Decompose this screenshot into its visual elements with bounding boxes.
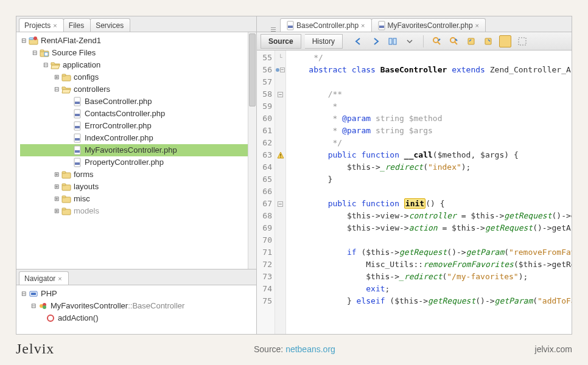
code-editor[interactable]: 5556575859606162636465666768697071727374… bbox=[257, 50, 572, 334]
tree-item[interactable]: BaseController.php bbox=[20, 96, 248, 108]
tree-item[interactable]: ⊟controllers bbox=[20, 83, 248, 96]
folder-icon bbox=[61, 182, 71, 192]
code-line[interactable] bbox=[290, 186, 568, 198]
tree-expander-icon[interactable]: ⊟ bbox=[42, 59, 49, 71]
editor-tab[interactable]: BaseController.php× bbox=[280, 18, 372, 32]
close-icon[interactable]: × bbox=[361, 22, 365, 29]
glyph-cell bbox=[275, 271, 285, 283]
source-tab[interactable]: Source bbox=[261, 34, 301, 49]
editor-tab[interactable]: MyFavoritesController.php× bbox=[371, 18, 486, 32]
diff-icon[interactable] bbox=[387, 35, 399, 47]
tree-expander-icon[interactable]: ⊟ bbox=[53, 83, 60, 96]
back-icon[interactable] bbox=[352, 35, 365, 47]
tree-item-label: controllers bbox=[74, 83, 110, 96]
svg-rect-44 bbox=[468, 38, 474, 44]
tree-expander-icon[interactable]: ⊞ bbox=[53, 193, 60, 205]
tab-files[interactable]: Files bbox=[63, 18, 91, 32]
history-tab[interactable]: History bbox=[305, 34, 343, 49]
code-line[interactable]: } elseif ($this->getRequest()->getParam(… bbox=[290, 295, 568, 307]
code-line[interactable] bbox=[290, 234, 568, 246]
code-line[interactable]: $this->view->action = $this->getRequest(… bbox=[290, 222, 568, 234]
code-line[interactable]: $this->_redirect("index"); bbox=[290, 161, 568, 173]
tab-drag-handle-icon[interactable] bbox=[269, 27, 278, 32]
php-icon bbox=[29, 289, 38, 299]
projects-scrollbar[interactable] bbox=[248, 32, 256, 269]
tree-expander-icon[interactable]: ⊟ bbox=[20, 35, 27, 47]
code-line[interactable]: } bbox=[290, 173, 568, 186]
navigator-panel: Navigator × ⊟ PHP ⊟ MyFavoritesControll bbox=[16, 269, 256, 334]
tab-label: Projects bbox=[24, 21, 51, 30]
tree-item[interactable]: ErrorController.php bbox=[20, 120, 248, 132]
tree-item[interactable]: ⊞configs bbox=[20, 71, 248, 83]
forward-icon[interactable] bbox=[369, 35, 382, 47]
tree-expander-icon[interactable]: ⊞ bbox=[53, 205, 60, 217]
tree-item[interactable]: ⊞layouts bbox=[20, 181, 248, 193]
tree-item[interactable]: MyFavoritesController.php bbox=[20, 144, 248, 156]
tab-navigator[interactable]: Navigator × bbox=[19, 271, 69, 285]
dropdown-icon[interactable] bbox=[404, 35, 416, 47]
tree-item[interactable]: ⊞misc bbox=[20, 193, 248, 205]
source-link[interactable]: netbeans.org bbox=[285, 344, 335, 354]
code-line[interactable]: $this->_redirect("/my-favorites"); bbox=[290, 271, 568, 283]
svg-rect-35 bbox=[288, 26, 293, 28]
tree-expander-icon[interactable]: ⊟ bbox=[31, 47, 38, 59]
close-icon[interactable]: × bbox=[58, 275, 61, 282]
site-url: jelvix.com bbox=[535, 344, 572, 354]
bookmark-next-icon[interactable] bbox=[482, 35, 494, 47]
tree-item-label: RentAFlat-Zend1 bbox=[41, 35, 101, 47]
tree-expander-icon[interactable]: ⊞ bbox=[53, 71, 60, 83]
code-line[interactable]: */ bbox=[290, 137, 568, 149]
tree-item[interactable]: IndexController.php bbox=[20, 132, 248, 144]
code-line[interactable]: * @param string $args bbox=[290, 125, 568, 137]
navigator-root[interactable]: ⊟ PHP bbox=[20, 288, 253, 300]
code-line[interactable]: public function init() { bbox=[290, 198, 568, 210]
scroll-thumb[interactable] bbox=[249, 33, 256, 106]
glyph-cell bbox=[275, 210, 285, 222]
search-next-icon[interactable] bbox=[448, 35, 460, 47]
tree-item[interactable]: ContactsController.php bbox=[20, 108, 248, 120]
code-line[interactable]: public function __call($method, $args) { bbox=[290, 149, 568, 161]
tree-item[interactable]: ⊞models bbox=[20, 205, 248, 217]
line-number: 56 bbox=[259, 64, 272, 76]
svg-rect-46 bbox=[502, 38, 508, 44]
tree-item[interactable]: ⊟RentAFlat-Zend1 bbox=[20, 35, 248, 47]
tree-item[interactable]: ⊟Source Files bbox=[20, 47, 248, 59]
method-public-icon bbox=[46, 313, 55, 323]
line-number: 64 bbox=[259, 161, 272, 173]
code-area[interactable]: */ abstract class BaseController extends… bbox=[286, 50, 572, 334]
tab-label: Files bbox=[69, 21, 84, 30]
svg-point-32 bbox=[43, 305, 46, 309]
tree-expander-icon[interactable]: ⊞ bbox=[53, 181, 60, 193]
code-line[interactable]: abstract class BaseController extends Ze… bbox=[290, 64, 568, 76]
tree-item[interactable]: ⊟application bbox=[20, 59, 248, 71]
code-line[interactable]: */ bbox=[290, 52, 568, 64]
tree-expander-icon[interactable]: ⊟ bbox=[20, 288, 27, 300]
tree-item-label: PropertyController.php bbox=[85, 156, 164, 169]
code-line[interactable]: $this->view->controller = $this->getRequ… bbox=[290, 210, 568, 222]
code-line[interactable]: * bbox=[290, 100, 568, 113]
tree-item[interactable]: PropertyController.php bbox=[20, 156, 248, 169]
tree-expander-icon[interactable]: ⊟ bbox=[30, 300, 37, 312]
navigator-class[interactable]: ⊟ MyFavoritesController :: BaseControlle… bbox=[20, 300, 253, 312]
close-icon[interactable]: × bbox=[475, 22, 479, 29]
code-line[interactable]: Misc_Utils::removeFromFavorites($this->g… bbox=[290, 259, 568, 271]
selection-icon[interactable] bbox=[516, 35, 528, 47]
code-line[interactable]: if ($this->getRequest()->getParam("remov… bbox=[290, 246, 568, 259]
bookmark-toggle-icon[interactable] bbox=[499, 35, 511, 47]
code-line[interactable]: * @param string $method bbox=[290, 113, 568, 125]
tree-item-label: IndexController.php bbox=[85, 132, 153, 144]
close-icon[interactable]: × bbox=[53, 22, 57, 29]
tab-services[interactable]: Services bbox=[90, 18, 130, 32]
search-prev-icon[interactable] bbox=[431, 35, 443, 47]
project-tree[interactable]: ⊟RentAFlat-Zend1⊟Source Files⊟applicatio… bbox=[16, 32, 248, 269]
tree-item[interactable]: ⊞forms bbox=[20, 169, 248, 181]
tab-projects[interactable]: Projects× bbox=[19, 18, 64, 32]
code-line[interactable] bbox=[290, 76, 568, 88]
code-line[interactable]: exit; bbox=[290, 283, 568, 295]
tree-expander-icon[interactable]: ⊞ bbox=[53, 169, 60, 181]
glyph-cell bbox=[275, 76, 285, 88]
bookmark-prev-icon[interactable] bbox=[465, 35, 477, 47]
navigator-member[interactable]: addAction() bbox=[20, 312, 253, 324]
projects-panel: ⊟RentAFlat-Zend1⊟Source Files⊟applicatio… bbox=[16, 32, 256, 269]
code-line[interactable]: /** bbox=[290, 88, 568, 100]
